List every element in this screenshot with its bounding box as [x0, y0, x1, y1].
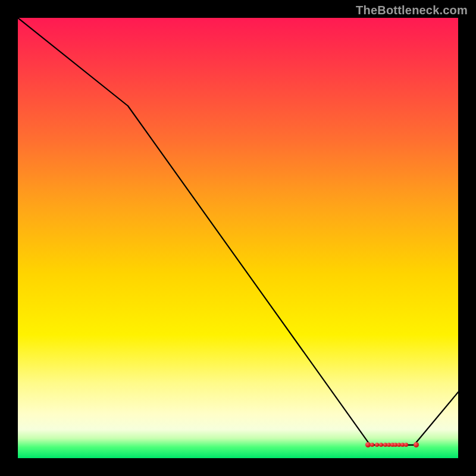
attribution-label: TheBottleneck.com [356, 4, 468, 17]
marker-dot [414, 442, 419, 447]
marker-dot [370, 443, 374, 447]
plot-area [18, 18, 458, 458]
chart-root: TheBottleneck.com [0, 0, 476, 476]
marker-cluster [18, 18, 458, 458]
marker-dot [379, 443, 383, 447]
marker-dot [404, 443, 408, 447]
marker-dot [375, 443, 379, 447]
